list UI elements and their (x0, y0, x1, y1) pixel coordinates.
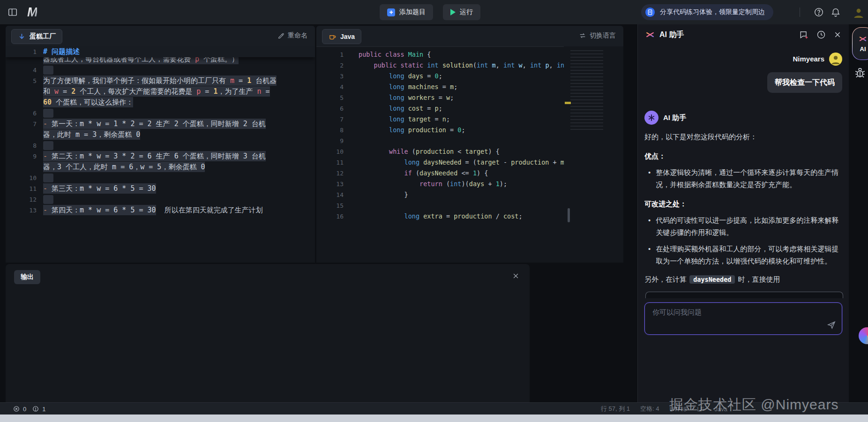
chat-area[interactable]: Nimyears 帮我检查一下代码 AI 助手 好的，以下是对您这段代码的 (644, 45, 842, 301)
line-number: 15 (316, 200, 350, 211)
errors-icon[interactable] (13, 406, 20, 412)
help-icon[interactable] (814, 7, 824, 17)
problem-editor-line[interactable]: 60 个蛋糕，可以这么操作： (6, 97, 315, 108)
ai-input-box[interactable] (644, 302, 842, 335)
line-content: 器或者工人，每台机器或者每个工人，需要花费 p 个蛋糕。） (43, 57, 315, 65)
warnings-icon[interactable] (32, 406, 39, 412)
code-panel-header: Java 切换语言 (316, 26, 623, 47)
run-button[interactable]: 运行 (443, 4, 480, 20)
user-message-bubble: 帮我检查一下代码 (644, 72, 842, 93)
ai-avatar (644, 111, 658, 125)
problem-editor-line[interactable]: 13- 第四天：m * w = 6 * 5 = 30 所以在第四天就完成了生产计… (6, 205, 315, 216)
line-content: - 第二天：m * w = 3 * 2 = 6 生产 6 个蛋糕，同时新增 3 … (43, 151, 315, 162)
debug-bug-icon[interactable] (854, 67, 866, 79)
line-content (43, 108, 315, 119)
line-number: 7 (6, 119, 43, 129)
promo-banner[interactable]: 分享代码练习体验，领限量定制周边 (641, 4, 773, 20)
history-clock-icon[interactable] (816, 30, 826, 39)
line-content: 和 w = 2 个工人，每次扩大产能需要的花费是 p = 1，为了生产 n = (43, 86, 315, 97)
rename-button[interactable]: 重命名 (277, 31, 307, 40)
watermark: 掘金技术社区 @Nimyears (669, 395, 838, 414)
ai-question-input[interactable] (651, 308, 821, 316)
cursor-position[interactable]: 行 57, 列 1 (601, 405, 630, 413)
problem-editor-line[interactable]: 和 w = 2 个工人，每次扩大产能需要的花费是 p = 1，为了生产 n = (6, 86, 315, 97)
line-number: 12 (316, 168, 350, 179)
line-content: - 第三天：m * w = 6 * 5 = 30 (43, 183, 315, 194)
line-number: 8 (6, 140, 43, 151)
rename-label: 重命名 (288, 31, 307, 40)
line-number: 9 (316, 136, 350, 146)
problem-editor[interactable]: 1# 问题描述器或者工人，每台机器或者每个工人，需要花费 p 个蛋糕。）45为了… (6, 46, 315, 263)
close-ai-panel-icon[interactable] (834, 31, 841, 38)
line-number: 5 (316, 92, 350, 103)
problem-tab[interactable]: 蛋糕工厂 (11, 29, 62, 44)
send-icon[interactable] (827, 320, 836, 330)
line-number: 6 (6, 108, 43, 119)
line-number (6, 86, 43, 97)
problem-editor-line[interactable]: 10 (6, 173, 315, 183)
line-content: - 第四天：m * w = 6 * 5 = 30 所以在第四天就完成了生产计划 (43, 205, 315, 216)
line-number: 10 (6, 173, 43, 183)
close-output-icon[interactable] (512, 272, 519, 279)
new-chat-icon[interactable] (799, 30, 808, 39)
line-number: 4 (316, 82, 350, 92)
ai-pill-label: AI (860, 45, 866, 53)
problem-editor-line[interactable]: 4 (6, 65, 315, 75)
line-content (43, 140, 315, 151)
line-number: 1 (6, 46, 43, 57)
warning-marker (565, 102, 571, 104)
code-tab-title: Java (340, 33, 355, 40)
ai-sparkle-icon (645, 30, 655, 39)
scrollbar-thumb[interactable] (568, 208, 570, 222)
line-number (6, 129, 43, 140)
problem-tab-title: 蛋糕工厂 (30, 32, 56, 41)
download-arrow-icon (18, 33, 26, 41)
line-number: 10 (316, 146, 350, 157)
add-problem-button[interactable]: 添加题目 (380, 4, 433, 20)
code-minimap[interactable] (564, 46, 623, 263)
run-label: 运行 (460, 8, 473, 16)
ai-floating-pill[interactable]: AI (852, 27, 868, 60)
ai-panel-header: AI 助手 (638, 24, 849, 45)
output-panel: 输出 (6, 264, 530, 402)
line-number: 5 (6, 75, 43, 86)
line-content (43, 65, 315, 75)
user-name: Nimyears (793, 53, 824, 65)
output-tab[interactable]: 输出 (14, 270, 40, 284)
switch-language-button[interactable]: 切换语言 (579, 31, 616, 40)
swap-arrows-icon (579, 32, 586, 39)
switch-language-label: 切换语言 (590, 31, 616, 40)
problem-editor-line[interactable]: 11- 第三天：m * w = 6 * 5 = 30 (6, 183, 315, 194)
problem-editor-line[interactable]: 5为了方便理解，我们举个例子：假如最开始小明的工厂只有 m = 1 台机器 (6, 75, 315, 86)
panel-toggle-icon[interactable] (7, 7, 18, 17)
problem-editor-line[interactable]: 6 (6, 108, 315, 119)
language-tab-java[interactable]: Java (322, 29, 361, 44)
line-number: 14 (316, 189, 350, 200)
ai-message-block: 可改进之处： (644, 198, 842, 210)
problem-editor-line[interactable]: 9- 第二天：m * w = 3 * 2 = 6 生产 6 个蛋糕，同时新增 3… (6, 151, 315, 162)
ai-message-block: 优点： (644, 150, 842, 162)
app-logo[interactable]: M (27, 5, 37, 20)
problem-editor-line[interactable]: 8 (6, 140, 315, 151)
notifications-bell-icon[interactable] (831, 7, 841, 17)
indent-setting[interactable]: 空格: 4 (640, 405, 659, 413)
ai-assistant-panel: AI 助手 (637, 24, 849, 402)
ai-message-block: 另外，在计算 daysNeeded 时，直接使用 (644, 273, 842, 286)
problem-editor-line[interactable]: 12 (6, 194, 315, 205)
problem-editor-line[interactable]: 器，此时 m = 3，剩余蛋糕 0 (6, 129, 315, 140)
problem-editor-line[interactable]: 1# 问题描述 (6, 46, 315, 57)
problem-editor-line[interactable]: 器，3 个工人，此时 m = 6，w = 5，剩余蛋糕 0 (6, 162, 315, 173)
ai-message-header: AI 助手 (644, 111, 842, 125)
problem-editor-line[interactable]: 器或者工人，每台机器或者每个工人，需要花费 p 个蛋糕。） (6, 57, 315, 65)
line-content: 器，此时 m = 3，剩余蛋糕 0 (43, 129, 315, 140)
problem-editor-line[interactable]: 7- 第一天：m * w = 1 * 2 = 2 生产 2 个蛋糕，同时新增 2… (6, 119, 315, 129)
promo-text: 分享代码练习体验，领限量定制周边 (660, 8, 765, 16)
line-number: 7 (316, 114, 350, 125)
truncated-code-block (645, 292, 843, 298)
line-number (6, 162, 43, 173)
user-avatar-small (829, 53, 842, 66)
line-content: 60 个蛋糕，可以这么操作： (43, 97, 315, 108)
floating-assistant-ball[interactable] (859, 327, 868, 344)
line-number: 4 (6, 65, 43, 75)
top-bar: M 添加题目 运行 分享代码练习体验，领限量定制周边 (0, 0, 868, 25)
